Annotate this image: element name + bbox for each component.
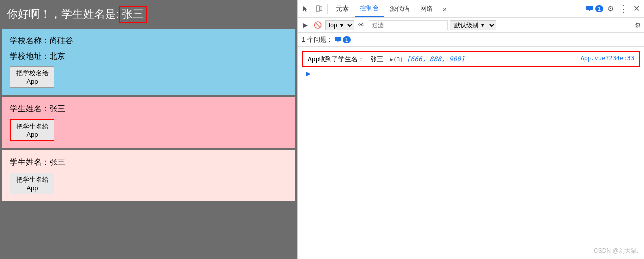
csdn-watermark: CSDN @刘大猫.: [594, 247, 638, 255]
school-address-label: 学校地址：北京: [10, 51, 287, 62]
eye-icon[interactable]: 👁: [356, 20, 367, 30]
console-text-main: App收到了学生名： 张三: [308, 55, 390, 63]
console-entry-link[interactable]: App.vue?234e:33: [581, 55, 634, 62]
school-section: 学校名称：尚硅谷 学校地址：北京 把学校名给App: [2, 29, 295, 95]
top-level-select[interactable]: top ▼: [325, 20, 354, 30]
svg-rect-1: [320, 7, 322, 11]
more-options-icon[interactable]: ⋮: [617, 3, 629, 15]
devtools-panel: 元素 控制台 源代码 网络 » 1 ⚙ ⋮ ✕ ▶ 🚫 top ▼ 👁 默认级别…: [297, 0, 644, 259]
left-panel: 你好啊！，学生姓名是:张三 学校名称：尚硅谷 学校地址：北京 把学校名给App …: [0, 0, 297, 259]
console-expand-arrow[interactable]: ▶: [302, 69, 315, 78]
filter-input[interactable]: [369, 20, 448, 30]
school-name-button[interactable]: 把学校名给App: [10, 66, 54, 88]
issues-badge-area: 1: [335, 36, 351, 43]
student-section-2: 学生姓名：张三 把学生名给App: [2, 150, 295, 201]
console-entry-1: App收到了学生名： 张三 ▶(3) [666, 888, 900] App.v…: [302, 51, 640, 67]
app-student-name: 张三: [119, 6, 147, 23]
devtools-toolbar: 元素 控制台 源代码 网络 » 1 ⚙ ⋮ ✕: [298, 0, 644, 18]
issues-badge: 1: [343, 36, 351, 43]
student1-name-label: 学生姓名：张三: [10, 104, 287, 114]
more-tabs-icon[interactable]: »: [439, 3, 451, 15]
console-settings-icon[interactable]: ⚙: [635, 21, 641, 29]
tab-console[interactable]: 控制台: [355, 1, 384, 17]
console-bar: ▶ 🚫 top ▼ 👁 默认级别 ▼ ⚙: [298, 18, 644, 33]
chat-badge: 1: [595, 5, 603, 12]
tab-network[interactable]: 网络: [415, 1, 438, 16]
app-title-bar: 你好啊！，学生姓名是:张三: [2, 2, 295, 27]
issues-text: 1 个问题：: [302, 35, 333, 44]
close-icon[interactable]: ✕: [630, 3, 642, 15]
array-value: [666, 888, 900]: [407, 55, 465, 63]
cursor-icon[interactable]: [300, 3, 312, 15]
separator-1: [327, 4, 328, 14]
student-section-1: 学生姓名：张三 把学生名给App: [2, 97, 295, 148]
block-icon[interactable]: 🚫: [312, 20, 323, 30]
settings-icon[interactable]: ⚙: [604, 3, 616, 15]
log-level-select[interactable]: 默认级别 ▼: [450, 20, 496, 30]
device-icon[interactable]: [313, 3, 324, 15]
tab-elements[interactable]: 元素: [331, 1, 354, 16]
student2-name-button[interactable]: 把学生名给App: [10, 173, 54, 194]
tab-sources[interactable]: 源代码: [385, 1, 414, 16]
school-name-label: 学校名称：尚硅谷: [10, 36, 287, 46]
svg-rect-0: [316, 6, 320, 11]
chat-badge-area: 1: [586, 5, 603, 12]
student2-name-label: 学生姓名：张三: [10, 157, 287, 168]
issues-bar: 1 个问题： 1: [298, 33, 644, 47]
app-title-prefix: 你好啊！，学生姓名是:: [7, 7, 119, 22]
console-output: App收到了学生名： 张三 ▶(3) [666, 888, 900] App.v…: [298, 47, 644, 259]
run-icon[interactable]: ▶: [301, 20, 310, 30]
array-expand-arrow[interactable]: ▶(3): [390, 56, 406, 63]
console-entry-text: App收到了学生名： 张三 ▶(3) [666, 888, 900]: [308, 55, 579, 64]
student1-name-button[interactable]: 把学生名给App: [10, 119, 54, 141]
